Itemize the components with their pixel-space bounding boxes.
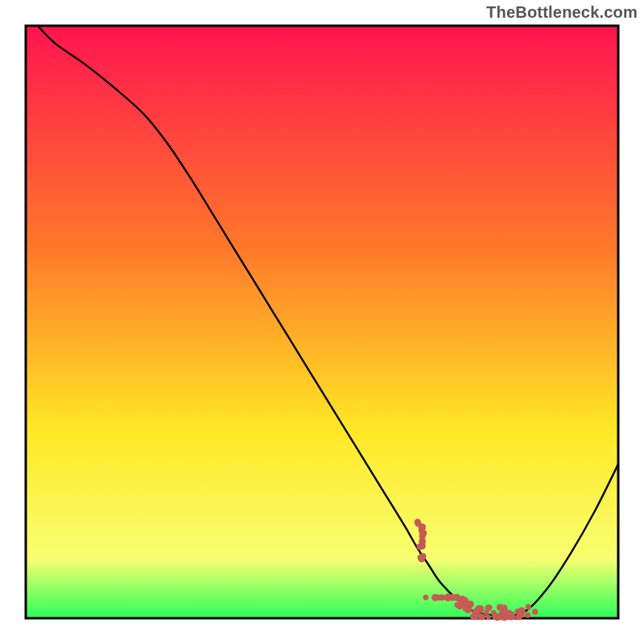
svg-point-77 — [525, 612, 530, 617]
svg-point-11 — [415, 521, 421, 527]
svg-point-8 — [418, 555, 425, 563]
svg-point-73 — [508, 612, 514, 618]
svg-point-69 — [515, 614, 521, 620]
svg-point-6 — [419, 527, 425, 534]
svg-point-56 — [447, 595, 452, 601]
svg-point-58 — [436, 595, 442, 601]
svg-point-74 — [532, 609, 538, 614]
svg-point-13 — [423, 595, 429, 601]
svg-point-37 — [476, 605, 481, 610]
svg-point-15 — [486, 614, 491, 619]
chart-root: TheBottleneck.com — [0, 0, 644, 644]
svg-point-66 — [496, 613, 502, 620]
watermark-text: TheBottleneck.com — [486, 3, 638, 22]
plot-area — [26, 26, 618, 618]
chart-svg — [0, 0, 644, 644]
svg-point-9 — [419, 542, 426, 549]
svg-point-70 — [453, 594, 460, 601]
svg-point-72 — [518, 607, 525, 614]
svg-point-71 — [463, 606, 468, 611]
svg-point-46 — [485, 605, 492, 611]
svg-point-67 — [477, 613, 485, 621]
svg-point-75 — [497, 604, 504, 611]
svg-point-44 — [456, 602, 463, 609]
svg-point-76 — [526, 604, 531, 609]
svg-point-3 — [419, 533, 426, 539]
